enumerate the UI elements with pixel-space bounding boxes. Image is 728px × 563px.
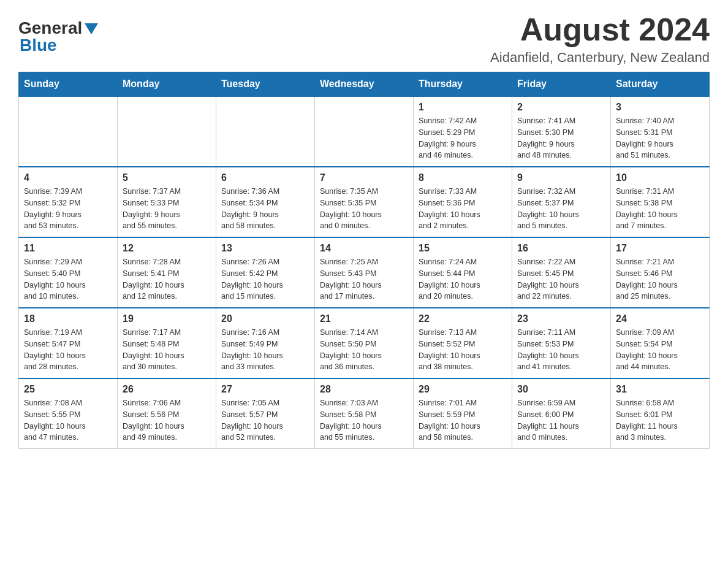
day-number: 7	[320, 172, 408, 183]
weekday-header-monday: Monday	[118, 72, 216, 97]
location-subtitle: Aidanfield, Canterbury, New Zealand	[490, 50, 710, 66]
day-number: 6	[221, 172, 309, 183]
day-number: 22	[419, 313, 507, 324]
calendar-header-row: SundayMondayTuesdayWednesdayThursdayFrid…	[19, 72, 710, 97]
calendar-week-row: 11Sunrise: 7:29 AM Sunset: 5:40 PM Dayli…	[19, 237, 710, 308]
calendar-day-cell: 5Sunrise: 7:37 AM Sunset: 5:33 PM Daylig…	[118, 167, 216, 237]
day-number: 15	[419, 243, 507, 254]
calendar-day-cell: 14Sunrise: 7:25 AM Sunset: 5:43 PM Dayli…	[315, 237, 414, 308]
day-number: 13	[221, 243, 309, 254]
calendar-week-row: 25Sunrise: 7:08 AM Sunset: 5:55 PM Dayli…	[19, 378, 710, 449]
day-number: 4	[24, 172, 112, 183]
day-info: Sunrise: 7:29 AM Sunset: 5:40 PM Dayligh…	[24, 256, 112, 302]
day-info: Sunrise: 7:01 AM Sunset: 5:59 PM Dayligh…	[419, 397, 507, 443]
calendar-day-cell: 21Sunrise: 7:14 AM Sunset: 5:50 PM Dayli…	[315, 308, 414, 378]
day-number: 30	[517, 384, 605, 395]
day-info: Sunrise: 7:05 AM Sunset: 5:57 PM Dayligh…	[221, 397, 309, 443]
day-info: Sunrise: 7:33 AM Sunset: 5:36 PM Dayligh…	[419, 186, 507, 232]
day-info: Sunrise: 7:36 AM Sunset: 5:34 PM Dayligh…	[221, 186, 309, 232]
calendar-day-cell: 9Sunrise: 7:32 AM Sunset: 5:37 PM Daylig…	[512, 167, 611, 237]
calendar-day-cell: 27Sunrise: 7:05 AM Sunset: 5:57 PM Dayli…	[216, 378, 315, 449]
calendar-day-cell: 13Sunrise: 7:26 AM Sunset: 5:42 PM Dayli…	[216, 237, 315, 308]
day-number: 23	[517, 313, 605, 324]
day-info: Sunrise: 7:06 AM Sunset: 5:56 PM Dayligh…	[123, 397, 211, 443]
day-number: 25	[24, 384, 112, 395]
day-number: 1	[419, 102, 507, 113]
month-title: August 2024	[490, 12, 710, 47]
day-number: 19	[123, 313, 211, 324]
logo: General Blue	[18, 18, 98, 55]
calendar-day-cell: 28Sunrise: 7:03 AM Sunset: 5:58 PM Dayli…	[315, 378, 414, 449]
calendar-table: SundayMondayTuesdayWednesdayThursdayFrid…	[18, 72, 710, 449]
calendar-day-cell: 1Sunrise: 7:42 AM Sunset: 5:29 PM Daylig…	[414, 96, 512, 167]
logo-blue-text: Blue	[20, 36, 57, 55]
calendar-day-cell	[118, 96, 216, 167]
calendar-day-cell: 2Sunrise: 7:41 AM Sunset: 5:30 PM Daylig…	[512, 96, 611, 167]
day-number: 17	[616, 243, 704, 254]
calendar-day-cell: 30Sunrise: 6:59 AM Sunset: 6:00 PM Dayli…	[512, 378, 611, 449]
calendar-day-cell: 23Sunrise: 7:11 AM Sunset: 5:53 PM Dayli…	[512, 308, 611, 378]
day-number: 9	[517, 172, 605, 183]
day-info: Sunrise: 7:09 AM Sunset: 5:54 PM Dayligh…	[616, 327, 704, 373]
weekday-header-tuesday: Tuesday	[216, 72, 315, 97]
day-number: 3	[616, 102, 704, 113]
day-number: 10	[616, 172, 704, 183]
calendar-day-cell: 10Sunrise: 7:31 AM Sunset: 5:38 PM Dayli…	[611, 167, 710, 237]
calendar-week-row: 4Sunrise: 7:39 AM Sunset: 5:32 PM Daylig…	[19, 167, 710, 237]
svg-marker-0	[85, 23, 98, 34]
day-info: Sunrise: 7:11 AM Sunset: 5:53 PM Dayligh…	[517, 327, 605, 373]
calendar-day-cell: 31Sunrise: 6:58 AM Sunset: 6:01 PM Dayli…	[611, 378, 710, 449]
day-number: 12	[123, 243, 211, 254]
calendar-day-cell: 29Sunrise: 7:01 AM Sunset: 5:59 PM Dayli…	[414, 378, 512, 449]
day-info: Sunrise: 7:28 AM Sunset: 5:41 PM Dayligh…	[123, 256, 211, 302]
weekday-header-thursday: Thursday	[414, 72, 512, 97]
calendar-day-cell: 17Sunrise: 7:21 AM Sunset: 5:46 PM Dayli…	[611, 237, 710, 308]
day-info: Sunrise: 7:21 AM Sunset: 5:46 PM Dayligh…	[616, 256, 704, 302]
day-number: 29	[419, 384, 507, 395]
day-number: 5	[123, 172, 211, 183]
weekday-header-saturday: Saturday	[611, 72, 710, 97]
calendar-day-cell: 11Sunrise: 7:29 AM Sunset: 5:40 PM Dayli…	[19, 237, 118, 308]
page-header: General Blue August 2024 Aidanfield, Can…	[18, 12, 710, 66]
day-number: 21	[320, 313, 408, 324]
day-info: Sunrise: 7:25 AM Sunset: 5:43 PM Dayligh…	[320, 256, 408, 302]
day-info: Sunrise: 7:42 AM Sunset: 5:29 PM Dayligh…	[419, 115, 507, 161]
calendar-day-cell: 25Sunrise: 7:08 AM Sunset: 5:55 PM Dayli…	[19, 378, 118, 449]
day-info: Sunrise: 7:17 AM Sunset: 5:48 PM Dayligh…	[123, 327, 211, 373]
day-number: 26	[123, 384, 211, 395]
calendar-week-row: 1Sunrise: 7:42 AM Sunset: 5:29 PM Daylig…	[19, 96, 710, 167]
day-number: 11	[24, 243, 112, 254]
day-number: 14	[320, 243, 408, 254]
day-info: Sunrise: 7:39 AM Sunset: 5:32 PM Dayligh…	[24, 186, 112, 232]
calendar-day-cell: 18Sunrise: 7:19 AM Sunset: 5:47 PM Dayli…	[19, 308, 118, 378]
calendar-day-cell	[19, 96, 118, 167]
day-number: 18	[24, 313, 112, 324]
day-info: Sunrise: 7:41 AM Sunset: 5:30 PM Dayligh…	[517, 115, 605, 161]
calendar-week-row: 18Sunrise: 7:19 AM Sunset: 5:47 PM Dayli…	[19, 308, 710, 378]
calendar-day-cell: 8Sunrise: 7:33 AM Sunset: 5:36 PM Daylig…	[414, 167, 512, 237]
day-number: 24	[616, 313, 704, 324]
day-info: Sunrise: 6:58 AM Sunset: 6:01 PM Dayligh…	[616, 397, 704, 443]
day-number: 28	[320, 384, 408, 395]
calendar-day-cell: 12Sunrise: 7:28 AM Sunset: 5:41 PM Dayli…	[118, 237, 216, 308]
weekday-header-wednesday: Wednesday	[315, 72, 414, 97]
day-info: Sunrise: 7:32 AM Sunset: 5:37 PM Dayligh…	[517, 186, 605, 232]
calendar-day-cell: 7Sunrise: 7:35 AM Sunset: 5:35 PM Daylig…	[315, 167, 414, 237]
day-info: Sunrise: 7:22 AM Sunset: 5:45 PM Dayligh…	[517, 256, 605, 302]
title-block: August 2024 Aidanfield, Canterbury, New …	[490, 12, 710, 66]
calendar-day-cell: 22Sunrise: 7:13 AM Sunset: 5:52 PM Dayli…	[414, 308, 512, 378]
calendar-day-cell: 3Sunrise: 7:40 AM Sunset: 5:31 PM Daylig…	[611, 96, 710, 167]
weekday-header-sunday: Sunday	[19, 72, 118, 97]
day-info: Sunrise: 7:14 AM Sunset: 5:50 PM Dayligh…	[320, 327, 408, 373]
day-number: 31	[616, 384, 704, 395]
day-info: Sunrise: 7:26 AM Sunset: 5:42 PM Dayligh…	[221, 256, 309, 302]
day-info: Sunrise: 7:31 AM Sunset: 5:38 PM Dayligh…	[616, 186, 704, 232]
weekday-header-friday: Friday	[512, 72, 611, 97]
day-info: Sunrise: 7:40 AM Sunset: 5:31 PM Dayligh…	[616, 115, 704, 161]
day-number: 2	[517, 102, 605, 113]
calendar-day-cell	[315, 96, 414, 167]
calendar-day-cell: 24Sunrise: 7:09 AM Sunset: 5:54 PM Dayli…	[611, 308, 710, 378]
day-info: Sunrise: 7:16 AM Sunset: 5:49 PM Dayligh…	[221, 327, 309, 373]
day-number: 20	[221, 313, 309, 324]
calendar-day-cell: 20Sunrise: 7:16 AM Sunset: 5:49 PM Dayli…	[216, 308, 315, 378]
